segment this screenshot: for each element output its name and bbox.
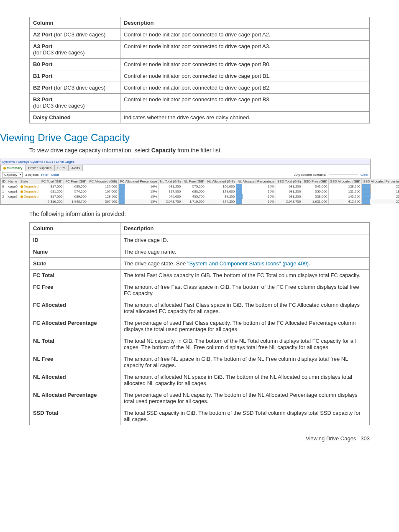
col-state[interactable]: State bbox=[19, 179, 40, 184]
col-ssdpct[interactable]: SSD Allocated Percentage bbox=[362, 179, 399, 184]
total-nlp: 15% bbox=[236, 199, 276, 204]
pct-cell: 21% bbox=[362, 194, 399, 199]
tab-summary[interactable]: Summary bbox=[0, 165, 25, 171]
section-heading: Viewing Drive Cage Capacity bbox=[0, 132, 370, 144]
desc-cell: The drive cage name. bbox=[120, 246, 370, 258]
filter-link[interactable]: Filter bbox=[41, 173, 49, 177]
cell: 685,500 bbox=[64, 184, 88, 189]
table-row: B2 Port (for DC3 drive cages) Controller… bbox=[30, 82, 370, 94]
col-nlalloc[interactable]: NL Allocated (GiB) bbox=[206, 179, 236, 184]
cell: 575,250 bbox=[182, 184, 206, 189]
col-cell: NL Free bbox=[30, 353, 120, 371]
cell: 550,000 bbox=[302, 189, 329, 194]
total-ssa: 412,750 bbox=[329, 199, 362, 204]
desc-cell: The drive cage ID. bbox=[120, 234, 370, 246]
col-ssdalloc[interactable]: SSD Allocated (GiB) bbox=[329, 179, 362, 184]
cell: 538,000 bbox=[302, 194, 329, 199]
col-ssdtotal[interactable]: SSD Total (GiB) bbox=[276, 179, 302, 184]
table-row: FC FreeThe amount of free Fast Class spa… bbox=[30, 281, 370, 299]
col-cell: A2 Port (for DC3 drive cages) bbox=[30, 29, 120, 41]
state-cell: Degraded bbox=[19, 184, 40, 189]
table-row: Daisy Chained Indicates whether the driv… bbox=[30, 112, 370, 123]
clear-link[interactable]: Clear bbox=[51, 173, 59, 177]
col-nlpct[interactable]: NL Allocated Percentage bbox=[236, 179, 276, 184]
cell: 689,000 bbox=[64, 194, 88, 199]
col-name[interactable]: Name bbox=[7, 179, 19, 184]
col-cell: B3 Port(for DC3 drive cages) bbox=[30, 94, 120, 112]
cell: 574,250 bbox=[64, 189, 88, 194]
col-fcfree[interactable]: FC Free (GiB) bbox=[64, 179, 88, 184]
table-row: NameThe drive cage name. bbox=[30, 246, 370, 258]
cell: 106,000 bbox=[206, 184, 236, 189]
pct-cell: 15% bbox=[236, 184, 276, 189]
table-row: B1 Port Controller node initiator port c… bbox=[30, 70, 370, 82]
filter-input[interactable] bbox=[329, 175, 358, 175]
grid-header-row: ID Name State FC Total (GiB) FC Free (Gi… bbox=[1, 179, 399, 184]
tab-sfps[interactable]: SFPs bbox=[54, 165, 69, 171]
tab-alerts[interactable]: Alerts bbox=[69, 165, 83, 171]
cell: 817,500 bbox=[40, 184, 64, 189]
col-nltotal[interactable]: NL Total (GiB) bbox=[159, 179, 182, 184]
total-fca: 367,500 bbox=[88, 199, 118, 204]
table-row: FC AllocatedThe amount of allocated Fast… bbox=[30, 299, 370, 317]
desc-cell: Indicates whether the drive cages are da… bbox=[120, 112, 370, 123]
state-cell: Degraded bbox=[19, 194, 40, 199]
page-footer: Viewing Drive Cages 303 bbox=[29, 435, 370, 442]
col-cell: B1 Port bbox=[30, 70, 120, 82]
pct-cell: 15% bbox=[118, 194, 159, 199]
cell: 143,250 bbox=[329, 194, 362, 199]
table-row: NL Allocated PercentageThe percentage of… bbox=[30, 389, 370, 407]
cell: 681,250 bbox=[276, 194, 302, 199]
table-row: A3 Port(for DC3 drive cages) Controller … bbox=[30, 41, 370, 59]
table-row: FC Allocated PercentageThe percentage of… bbox=[30, 317, 370, 335]
desc-cell: The drive cage state. See "System and Co… bbox=[120, 258, 370, 270]
desc-cell: The amount of free Fast Class space in G… bbox=[120, 281, 370, 299]
clear-link-2[interactable]: Clear bbox=[361, 173, 368, 177]
total-nla: 324,250 bbox=[206, 199, 236, 204]
grid-row[interactable]: 0cage0Degraded817,500685,500132,00016%68… bbox=[1, 184, 399, 189]
cell: 817,500 bbox=[40, 194, 64, 199]
table-row: NL FreeThe amount of free NL space in Gi… bbox=[30, 353, 370, 371]
cell: 681,250 bbox=[276, 184, 302, 189]
objects-count: 3 objects bbox=[25, 173, 38, 177]
cell: 688,500 bbox=[182, 189, 206, 194]
col-cell: FC Free bbox=[30, 281, 120, 299]
desc-cell: Controller node initiator port connected… bbox=[120, 59, 370, 70]
desc-cell: The percentage of used NL capacity. The … bbox=[120, 389, 370, 407]
col-head-description: Description bbox=[120, 223, 370, 234]
capacity-grid: ID Name State FC Total (GiB) FC Free (Gi… bbox=[0, 179, 399, 204]
desc-cell: The amount of allocated NL space in GiB.… bbox=[120, 371, 370, 389]
col-cell: SSD Total bbox=[30, 407, 120, 425]
desc-cell: The amount of allocated Fast Class space… bbox=[120, 299, 370, 317]
total-fct: 2,316,250 bbox=[40, 199, 64, 204]
grid-row[interactable]: 2cage2Degraded817,500689,000128,50015%54… bbox=[1, 194, 399, 199]
table-row: IDThe drive cage ID. bbox=[30, 234, 370, 246]
xref-link[interactable]: "System and Component Status Icons" (pag… bbox=[187, 260, 309, 267]
col-cell: Name bbox=[30, 246, 120, 258]
grid-row[interactable]: 1cage1Degraded681,250574,250107,00015%81… bbox=[1, 189, 399, 194]
desc-cell: The total NL capacity, in GiB. The botto… bbox=[120, 335, 370, 353]
cell: cage0 bbox=[7, 184, 19, 189]
col-cell: ID bbox=[30, 234, 120, 246]
pct-cell: 16% bbox=[236, 194, 276, 199]
col-nlfree[interactable]: NL Free (GiB) bbox=[182, 179, 206, 184]
pct-cell: 16% bbox=[118, 184, 159, 189]
col-fctotal[interactable]: FC Total (GiB) bbox=[40, 179, 64, 184]
warning-icon bbox=[3, 167, 6, 170]
pct-cell: 15% bbox=[118, 189, 159, 194]
cell: 455,750 bbox=[182, 194, 206, 199]
total-ssf: 1,631,000 bbox=[302, 199, 329, 204]
col-ssdfree[interactable]: SSD Free (GiB) bbox=[302, 179, 329, 184]
col-cell: FC Allocated Percentage bbox=[30, 317, 120, 335]
desc-cell: Controller node initiator port connected… bbox=[120, 29, 370, 41]
toolbar: Capacity 3 objects Filter Clear Any colu… bbox=[0, 171, 370, 179]
col-fcpct[interactable]: FC Allocated Percentage bbox=[118, 179, 159, 184]
cell: 1 bbox=[1, 189, 7, 194]
total-nlf: 1,719,500 bbox=[182, 199, 206, 204]
col-id[interactable]: ID bbox=[1, 179, 7, 184]
filter-dropdown[interactable]: Capacity bbox=[2, 172, 23, 177]
any-column-label: Any column contains: bbox=[294, 173, 326, 177]
col-fcalloc[interactable]: FC Allocated (GiB) bbox=[88, 179, 118, 184]
desc-cell: Controller node initiator port connected… bbox=[120, 94, 370, 112]
tab-power-supplies[interactable]: Power Supplies bbox=[25, 165, 54, 171]
